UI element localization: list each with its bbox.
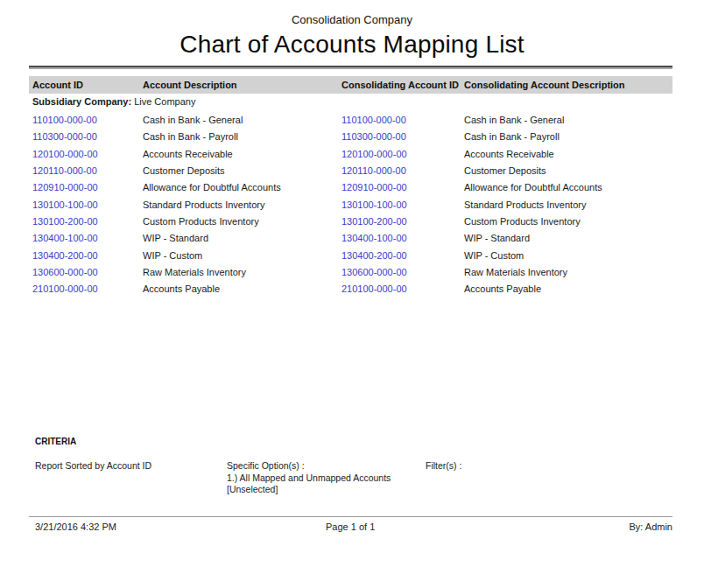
consolidating-account-description: Customer Deposits: [464, 163, 672, 179]
account-description: Cash in Bank - Payroll: [143, 129, 341, 145]
consolidating-account-description: Cash in Bank - General: [464, 112, 672, 129]
column-header-account-description: Account Description: [143, 76, 341, 94]
title-divider: [29, 66, 672, 69]
column-header-consolidating-account-id: Consolidating Account ID: [341, 76, 464, 94]
table-row: 130400-100-00 WIP - Standard 130400-100-…: [29, 230, 672, 247]
consolidating-account-description: Accounts Payable: [464, 281, 672, 298]
table-row: 130100-100-00 Standard Products Inventor…: [29, 197, 672, 214]
criteria-filters-label: Filter(s) :: [426, 460, 461, 471]
table-row: 120100-000-00 Accounts Receivable 120100…: [29, 146, 672, 163]
account-description: WIP - Standard: [143, 230, 341, 247]
consolidating-account-description: Raw Materials Inventory: [464, 264, 672, 281]
consolidating-account-description: Cash in Bank - Payroll: [464, 129, 672, 145]
subsidiary-company-line: Subsidiary Company: Live Company: [32, 96, 195, 107]
account-description: Cash in Bank - General: [143, 112, 341, 129]
consolidating-account-id-link[interactable]: 130600-000-00: [341, 264, 464, 281]
account-description: Customer Deposits: [143, 163, 341, 179]
report-title: Chart of Accounts Mapping List: [0, 31, 704, 59]
table-row: 210100-000-00 Accounts Payable 210100-00…: [29, 281, 672, 298]
consolidating-account-id-link[interactable]: 130400-200-00: [341, 248, 464, 264]
table-row: 110300-000-00 Cash in Bank - Payroll 110…: [29, 129, 672, 145]
consolidating-account-id-link[interactable]: 110100-000-00: [341, 112, 464, 129]
subsidiary-company-value: Live Company: [131, 96, 195, 107]
consolidating-account-description: WIP - Custom: [464, 248, 672, 264]
consolidating-account-id-link[interactable]: 130400-100-00: [341, 230, 464, 247]
account-id-link[interactable]: 130100-100-00: [32, 197, 143, 214]
footer-datetime: 3/21/2016 4:32 PM: [35, 522, 116, 532]
account-description: WIP - Custom: [143, 248, 341, 264]
account-id-link[interactable]: 110100-000-00: [32, 112, 143, 129]
consolidating-account-description: WIP - Standard: [464, 230, 672, 247]
specific-option-item: [Unselected]: [227, 484, 391, 496]
footer-printed-by: By: Admin: [629, 522, 672, 532]
account-id-link[interactable]: 120110-000-00: [32, 163, 143, 179]
consolidating-account-id-link[interactable]: 210100-000-00: [341, 281, 464, 298]
account-id-link[interactable]: 210100-000-00: [32, 281, 143, 298]
account-description: Allowance for Doubtful Accounts: [143, 179, 341, 196]
account-id-link[interactable]: 110300-000-00: [32, 129, 143, 145]
table-row: 130600-000-00 Raw Materials Inventory 13…: [29, 264, 672, 281]
criteria-specific-options: Specific Option(s) : 1.) All Mapped and …: [227, 460, 391, 496]
account-id-link[interactable]: 120910-000-00: [32, 179, 143, 196]
column-header-account-id: Account ID: [32, 76, 143, 94]
table-row: 120110-000-00 Customer Deposits 120110-0…: [29, 163, 672, 179]
table-row: 110100-000-00 Cash in Bank - General 110…: [29, 112, 672, 129]
footer-page-number: Page 1 of 1: [326, 522, 375, 532]
consolidating-account-description: Custom Products Inventory: [464, 214, 672, 230]
account-description: Accounts Receivable: [143, 146, 341, 163]
column-header-consolidating-account-description: Consolidating Account Description: [464, 76, 672, 94]
subsidiary-company-label: Subsidiary Company:: [32, 96, 131, 107]
table-header-row: Account ID Account Description Consolida…: [29, 76, 672, 94]
consolidating-account-description: Allowance for Doubtful Accounts: [464, 179, 672, 196]
account-id-link[interactable]: 120100-000-00: [32, 146, 143, 163]
criteria-sorted-by: Report Sorted by Account ID: [35, 460, 151, 471]
table-row: 130100-200-00 Custom Products Inventory …: [29, 214, 672, 230]
specific-option-item: 1.) All Mapped and Unmapped Accounts: [227, 472, 391, 485]
account-description: Raw Materials Inventory: [143, 264, 341, 281]
criteria-heading: CRITERIA: [35, 437, 76, 446]
company-name: Consolidation Company: [0, 13, 704, 26]
table-row: 120910-000-00 Allowance for Doubtful Acc…: [29, 179, 672, 196]
consolidating-account-id-link[interactable]: 120910-000-00: [341, 179, 464, 196]
consolidating-account-id-link[interactable]: 130100-200-00: [341, 214, 464, 230]
specific-options-label: Specific Option(s) :: [227, 460, 391, 472]
account-id-link[interactable]: 130600-000-00: [32, 264, 143, 281]
account-description: Custom Products Inventory: [143, 214, 341, 230]
consolidating-account-id-link[interactable]: 120110-000-00: [341, 163, 464, 179]
account-description: Accounts Payable: [143, 281, 341, 298]
account-id-link[interactable]: 130100-200-00: [32, 214, 143, 230]
footer-divider: [29, 516, 672, 517]
table-body: 110100-000-00 Cash in Bank - General 110…: [29, 112, 672, 298]
consolidating-account-id-link[interactable]: 110300-000-00: [341, 129, 464, 145]
consolidating-account-id-link[interactable]: 130100-100-00: [341, 197, 464, 214]
report-page: Consolidation Company Chart of Accounts …: [0, 0, 704, 588]
table-row: 130400-200-00 WIP - Custom 130400-200-00…: [29, 248, 672, 264]
consolidating-account-description: Accounts Receivable: [464, 146, 672, 163]
account-description: Standard Products Inventory: [143, 197, 341, 214]
account-id-link[interactable]: 130400-200-00: [32, 248, 143, 264]
account-id-link[interactable]: 130400-100-00: [32, 230, 143, 247]
consolidating-account-description: Standard Products Inventory: [464, 197, 672, 214]
consolidating-account-id-link[interactable]: 120100-000-00: [341, 146, 464, 163]
